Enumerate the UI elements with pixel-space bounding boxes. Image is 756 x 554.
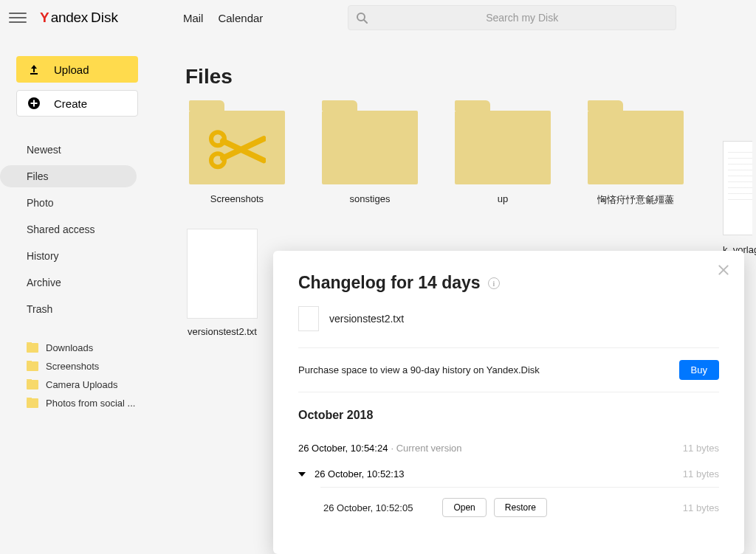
upload-label: Upload [54, 63, 89, 76]
sidebar-quick-folders: Downloads Screenshots Camera Uploads Pho… [0, 342, 159, 409]
sidebar: Upload Create Newest Files Photo Shared … [0, 35, 159, 554]
restore-button[interactable]: Restore [494, 498, 547, 517]
version-sub: 26 October, 10:52:05 Open Restore 11 byt… [320, 487, 719, 527]
svg-rect-2 [30, 73, 38, 75]
folder-sonstiges[interactable]: sonstiges [318, 111, 422, 207]
quick-folder-label: Camera Uploads [46, 379, 118, 390]
folder-icon [189, 111, 285, 184]
version-current[interactable]: 26 October, 10:54:24 · Current version 1… [298, 435, 719, 461]
nav-archive[interactable]: Archive [0, 271, 137, 294]
nav-newest[interactable]: Newest [0, 139, 137, 161]
quick-folder-label: Screenshots [46, 361, 99, 372]
header-link-mail[interactable]: Mail [183, 12, 204, 24]
modal-title: Changelog for 14 days i [298, 273, 719, 293]
quick-folder-label: Downloads [46, 342, 93, 353]
page-title: Files [185, 65, 756, 89]
quick-folder-screenshots[interactable]: Screenshots [27, 361, 145, 372]
folder-label: 恟悋疛忬意毹殭藎 [597, 193, 674, 207]
purchase-text: Purchase space to view a 90-day history … [298, 364, 540, 375]
folder-icon [27, 380, 38, 389]
modal-title-text: Changelog for 14 days [298, 273, 481, 293]
search-input[interactable]: Search my Disk [348, 5, 676, 30]
logo-letter: Y [40, 10, 49, 26]
purchase-banner: Purchase space to view a 90-day history … [298, 347, 719, 392]
create-button[interactable]: Create [16, 90, 138, 117]
search-wrap: Search my Disk [276, 5, 747, 30]
info-icon[interactable]: i [488, 277, 500, 289]
header-links: Mail Calendar [183, 12, 263, 24]
nav-photo[interactable]: Photo [0, 192, 137, 214]
folder-icon [588, 111, 684, 184]
file-label: versionstest2.txt [188, 326, 257, 337]
folder-label: up [498, 193, 508, 204]
upload-button[interactable]: Upload [16, 56, 138, 83]
open-button[interactable]: Open [442, 498, 486, 517]
version-size: 11 bytes [683, 443, 719, 454]
svg-rect-5 [31, 103, 38, 104]
buy-button[interactable]: Buy [679, 360, 719, 380]
modal-file-row: versionstest2.txt [298, 306, 719, 331]
folder-grid: Screenshots sonstiges up 恟悋疛忬意毹殭藎 [185, 111, 756, 207]
logo[interactable]: Yandex Disk [40, 10, 118, 26]
version-group[interactable]: 26 October, 10:52:13 11 bytes [298, 461, 719, 487]
quick-folder-downloads[interactable]: Downloads [27, 342, 145, 353]
folder-screenshots[interactable]: Screenshots [185, 111, 289, 207]
close-icon[interactable] [716, 263, 731, 277]
version-size: 11 bytes [683, 468, 719, 479]
folder-icon [455, 111, 551, 184]
folder-label: Screenshots [210, 193, 264, 204]
sidebar-nav: Newest Files Photo Shared access History… [0, 139, 159, 320]
search-placeholder: Search my Disk [377, 12, 668, 24]
file-icon [187, 229, 258, 319]
scissors-icon [208, 129, 266, 170]
nav-shared-access[interactable]: Shared access [0, 218, 137, 240]
search-icon [356, 12, 368, 24]
folder-icon [322, 111, 418, 184]
modal-file-name: versionstest2.txt [329, 313, 404, 325]
upload-icon [27, 63, 41, 75]
quick-folder-camera-uploads[interactable]: Camera Uploads [27, 379, 145, 390]
folder-icon [27, 343, 38, 353]
month-heading: October 2018 [298, 409, 719, 422]
folder-label: sonstiges [350, 193, 391, 204]
file-kvorlag[interactable]: k_vorlag [723, 141, 756, 255]
folder-up[interactable]: up [451, 111, 554, 207]
header: Yandex Disk Mail Calendar Search my Disk [0, 0, 756, 35]
plus-circle-icon [27, 97, 41, 110]
quick-folder-label: Photos from social ... [46, 398, 135, 409]
version-timestamp: 26 October, 10:54:24 [298, 443, 388, 454]
svg-line-1 [364, 20, 367, 23]
version-timestamp: 26 October, 10:52:13 [315, 468, 404, 479]
nav-files[interactable]: Files [0, 165, 137, 187]
version-size: 11 bytes [683, 502, 719, 513]
create-label: Create [54, 97, 87, 110]
logo-product: Disk [91, 10, 118, 26]
document-icon [723, 141, 752, 235]
nav-history[interactable]: History [0, 245, 137, 267]
folder-cjk[interactable]: 恟悋疛忬意毹殭藎 [584, 111, 687, 207]
caret-down-icon[interactable] [298, 472, 306, 477]
version-timestamp: 26 October, 10:52:05 [323, 502, 413, 513]
changelog-modal: Changelog for 14 days i versionstest2.tx… [273, 251, 744, 554]
quick-folder-photos-social[interactable]: Photos from social ... [27, 398, 145, 409]
logo-rest: andex [51, 10, 88, 26]
file-versionstest2[interactable]: versionstest2.txt [185, 229, 259, 337]
file-icon [298, 306, 319, 331]
nav-trash[interactable]: Trash [0, 298, 137, 320]
hamburger-menu-icon[interactable] [9, 9, 27, 27]
folder-icon [27, 398, 38, 408]
version-note: · Current version [391, 443, 461, 454]
header-link-calendar[interactable]: Calendar [218, 12, 263, 24]
folder-icon [27, 361, 38, 371]
